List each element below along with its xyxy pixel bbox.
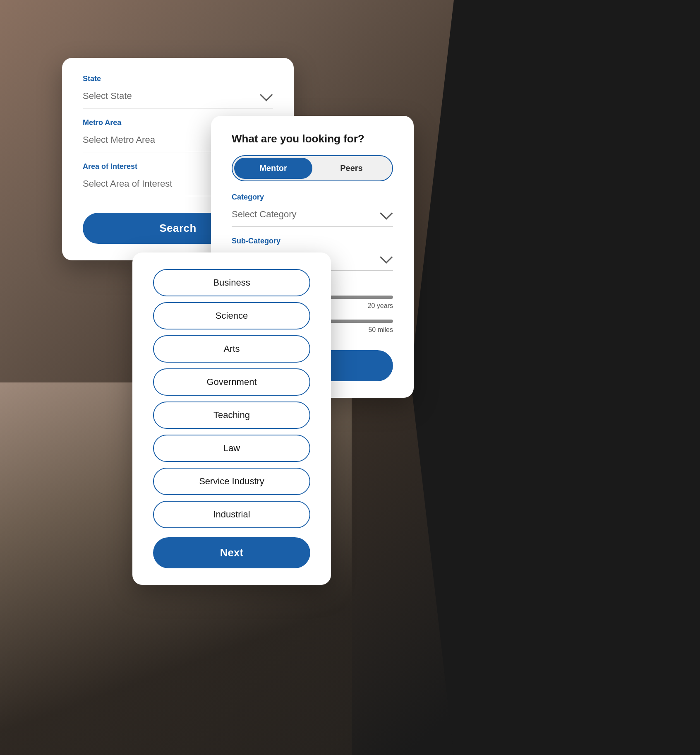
divider-category bbox=[232, 226, 393, 227]
mentor-toggle-btn[interactable]: Mentor bbox=[234, 158, 312, 179]
next-button[interactable]: Next bbox=[153, 537, 310, 568]
subcategory-chevron-icon bbox=[380, 251, 393, 264]
chevron-down-icon bbox=[260, 89, 273, 101]
state-select[interactable]: Select State bbox=[83, 87, 273, 108]
category-item[interactable]: Arts bbox=[153, 335, 310, 363]
divider-state bbox=[83, 108, 273, 108]
category-label: Category bbox=[232, 193, 393, 202]
category-item[interactable]: Teaching bbox=[153, 402, 310, 429]
state-label: State bbox=[83, 75, 273, 83]
arrow-shape bbox=[410, 0, 700, 755]
category-item[interactable]: Science bbox=[153, 302, 310, 329]
category-item[interactable]: Service Industry bbox=[153, 468, 310, 495]
state-placeholder: Select State bbox=[83, 91, 132, 101]
category-list-card: BusinessScienceArtsGovernmentTeachingLaw… bbox=[132, 252, 331, 585]
area-placeholder: Select Area of Interest bbox=[83, 178, 172, 189]
subcategory-label: Sub-Category bbox=[232, 237, 393, 245]
mentor-peers-toggle: Mentor Peers bbox=[232, 155, 393, 181]
category-item[interactable]: Government bbox=[153, 368, 310, 396]
category-chevron-icon bbox=[380, 207, 393, 220]
peers-toggle-btn[interactable]: Peers bbox=[312, 158, 391, 179]
category-item[interactable]: Law bbox=[153, 435, 310, 462]
metro-placeholder: Select Metro Area bbox=[83, 135, 155, 145]
category-list: BusinessScienceArtsGovernmentTeachingLaw… bbox=[153, 269, 310, 528]
category-item[interactable]: Business bbox=[153, 269, 310, 296]
card2-title: What are you looking for? bbox=[232, 132, 393, 145]
category-placeholder: Select Category bbox=[232, 209, 297, 220]
category-select[interactable]: Select Category bbox=[232, 205, 393, 226]
category-item[interactable]: Industrial bbox=[153, 501, 310, 528]
cards-container: State Select State Metro Area Select Met… bbox=[54, 33, 447, 716]
